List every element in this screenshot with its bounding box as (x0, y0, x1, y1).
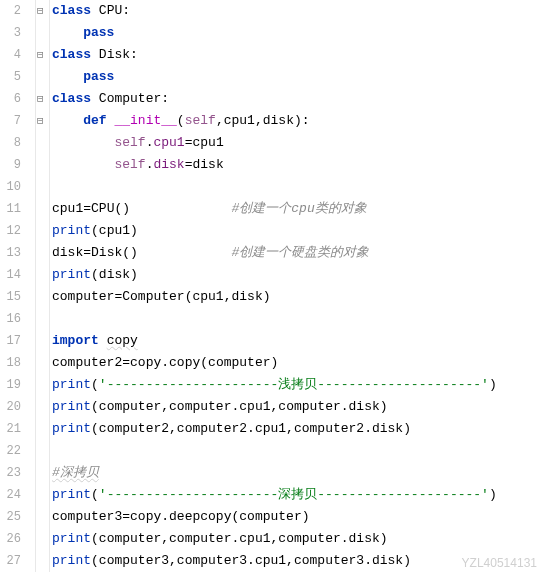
code-line[interactable]: print(computer,computer.cpu1,computer.di… (52, 396, 541, 418)
string-literal: '----------------------深拷贝--------------… (99, 487, 489, 502)
code-line[interactable]: computer2=copy.copy(computer) (52, 352, 541, 374)
line-number: 11 (0, 198, 21, 220)
code-line[interactable]: print(computer,computer.cpu1,computer.di… (52, 528, 541, 550)
code-line[interactable]: print(computer3,computer3.cpu1,computer3… (52, 550, 541, 572)
fold-spacer (36, 528, 49, 550)
keyword-pass: pass (83, 25, 114, 40)
code-line[interactable]: print('----------------------深拷贝--------… (52, 484, 541, 506)
line-number: 4 (0, 44, 21, 66)
line-number: 2 (0, 0, 21, 22)
code-line[interactable]: cpu1=CPU() #创建一个cpu类的对象 (52, 198, 541, 220)
code-line[interactable]: print('----------------------浅拷贝--------… (52, 374, 541, 396)
fold-spacer (36, 440, 49, 462)
code-line[interactable] (52, 440, 541, 462)
fold-spacer (36, 176, 49, 198)
code-line[interactable]: pass (52, 22, 541, 44)
line-number: 6 (0, 88, 21, 110)
keyword-class: class (52, 47, 91, 62)
code-line[interactable]: print(cpu1) (52, 220, 541, 242)
code-content[interactable]: class CPU: pass class Disk: pass class C… (50, 0, 541, 572)
code-line[interactable]: print(computer2,computer2.cpu1,computer2… (52, 418, 541, 440)
code-editor: 2345678910111213141516171819202122232425… (0, 0, 541, 572)
fold-spacer (36, 242, 49, 264)
fold-spacer (36, 484, 49, 506)
line-number: 12 (0, 220, 21, 242)
line-number-gutter: 2345678910111213141516171819202122232425… (0, 0, 36, 572)
line-number: 10 (0, 176, 21, 198)
line-number: 16 (0, 308, 21, 330)
class-name: CPU (99, 3, 122, 18)
comment: #深拷贝 (52, 465, 99, 480)
keyword-pass: pass (83, 69, 114, 84)
line-number: 8 (0, 132, 21, 154)
fold-spacer (36, 286, 49, 308)
code-line[interactable]: def __init__(self,cpu1,disk): (52, 110, 541, 132)
line-number: 25 (0, 506, 21, 528)
line-number: 14 (0, 264, 21, 286)
line-number: 24 (0, 484, 21, 506)
fold-spacer (36, 66, 49, 88)
code-line[interactable]: import copy (52, 330, 541, 352)
code-line[interactable]: #深拷贝 (52, 462, 541, 484)
fold-toggle-icon[interactable] (36, 44, 49, 66)
fold-spacer (36, 396, 49, 418)
fold-spacer (36, 308, 49, 330)
fold-spacer (36, 506, 49, 528)
fold-spacer (36, 374, 49, 396)
line-number: 22 (0, 440, 21, 462)
line-number: 19 (0, 374, 21, 396)
line-number: 5 (0, 66, 21, 88)
fold-toggle-icon[interactable] (36, 88, 49, 110)
line-number: 9 (0, 154, 21, 176)
fold-spacer (36, 132, 49, 154)
line-number: 15 (0, 286, 21, 308)
colon: : (130, 47, 138, 62)
line-number: 27 (0, 550, 21, 572)
line-number: 18 (0, 352, 21, 374)
class-name: Disk (99, 47, 130, 62)
string-literal: '----------------------浅拷贝--------------… (99, 377, 489, 392)
fold-spacer (36, 154, 49, 176)
fold-spacer (36, 220, 49, 242)
fold-gutter (36, 0, 50, 572)
keyword-class: class (52, 3, 91, 18)
line-number: 13 (0, 242, 21, 264)
code-line[interactable]: disk=Disk() #创建一个硬盘类的对象 (52, 242, 541, 264)
method-name: __init__ (114, 113, 176, 128)
line-number: 7 (0, 110, 21, 132)
code-line[interactable]: self.disk=disk (52, 154, 541, 176)
code-line[interactable]: print(disk) (52, 264, 541, 286)
keyword-class: class (52, 91, 91, 106)
code-line[interactable] (52, 308, 541, 330)
code-line[interactable]: pass (52, 66, 541, 88)
line-number: 3 (0, 22, 21, 44)
fold-spacer (36, 264, 49, 286)
code-line[interactable]: class CPU: (52, 0, 541, 22)
class-name: Computer (99, 91, 161, 106)
line-number: 17 (0, 330, 21, 352)
fold-spacer (36, 198, 49, 220)
comment: #创建一个硬盘类的对象 (232, 245, 370, 260)
keyword-def: def (83, 113, 106, 128)
fold-spacer (36, 330, 49, 352)
fold-spacer (36, 462, 49, 484)
fold-spacer (36, 550, 49, 572)
code-line[interactable] (52, 176, 541, 198)
code-line[interactable]: class Disk: (52, 44, 541, 66)
comment: #创建一个cpu类的对象 (231, 201, 366, 216)
code-line[interactable]: self.cpu1=cpu1 (52, 132, 541, 154)
colon: : (122, 3, 130, 18)
code-line[interactable]: class Computer: (52, 88, 541, 110)
fold-toggle-icon[interactable] (36, 110, 49, 132)
line-number: 20 (0, 396, 21, 418)
fold-spacer (36, 352, 49, 374)
line-number: 23 (0, 462, 21, 484)
fold-spacer (36, 418, 49, 440)
code-line[interactable]: computer=Computer(cpu1,disk) (52, 286, 541, 308)
code-line[interactable]: computer3=copy.deepcopy(computer) (52, 506, 541, 528)
fold-toggle-icon[interactable] (36, 0, 49, 22)
self-param: self (185, 113, 216, 128)
keyword-import: import (52, 333, 99, 348)
line-number: 21 (0, 418, 21, 440)
print-call: print (52, 223, 91, 238)
